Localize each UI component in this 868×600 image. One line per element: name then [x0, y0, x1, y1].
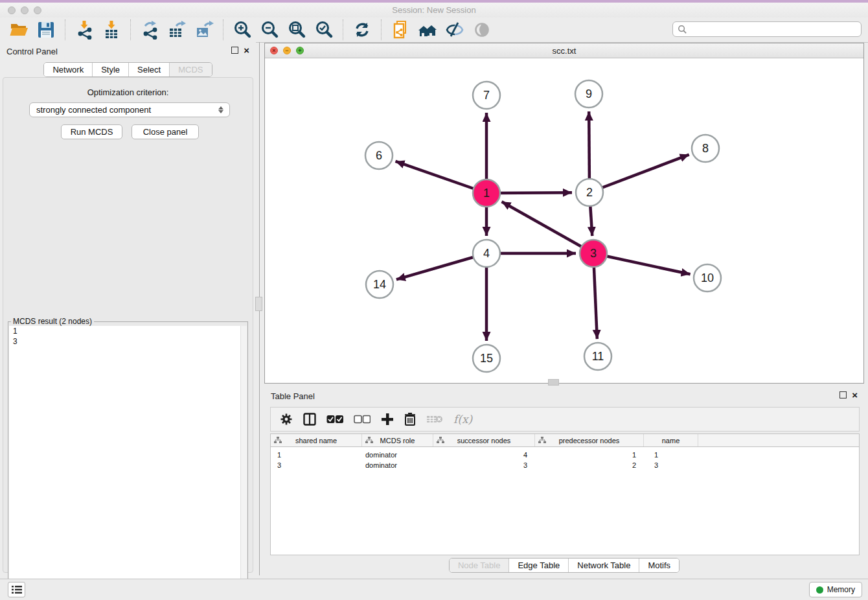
graph-node-10[interactable]: 10	[694, 264, 721, 292]
memory-label: Memory	[827, 585, 855, 594]
network-canvas[interactable]: 7968124314101511	[265, 58, 863, 383]
close-panel-button[interactable]: Close panel	[131, 124, 199, 139]
column-header-shared-name[interactable]: shared name	[271, 434, 362, 446]
status-bar: Memory	[0, 579, 868, 600]
graph-node-2[interactable]: 2	[576, 179, 603, 206]
import-table-icon[interactable]	[100, 19, 122, 41]
graph-edge-3-10[interactable]	[593, 253, 691, 274]
table-cell: 1	[271, 451, 362, 459]
mcds-result-group: MCDS result (2 nodes) 13	[8, 317, 248, 599]
graph-node-14[interactable]: 14	[366, 271, 393, 298]
task-history-button[interactable]	[8, 582, 25, 597]
show-details-icon[interactable]	[471, 19, 493, 41]
graph-node-11[interactable]: 11	[584, 343, 611, 370]
column-header-successor-nodes[interactable]: successor nodes	[433, 434, 535, 446]
toggle-column-view-icon[interactable]	[303, 413, 316, 426]
refresh-icon[interactable]	[351, 19, 373, 41]
table-toolbar: f(x)	[270, 407, 860, 432]
float-panel-icon[interactable]	[231, 47, 238, 54]
toolbar-separator	[343, 19, 343, 40]
open-session-icon[interactable]	[8, 19, 30, 41]
close-table-panel-icon[interactable]: ×	[852, 391, 858, 398]
export-table-icon[interactable]	[166, 19, 188, 41]
import-network-icon[interactable]	[73, 19, 95, 41]
graph-node-6[interactable]: 6	[365, 142, 393, 169]
graph-edge-2-8[interactable]	[589, 155, 689, 192]
search-field	[672, 21, 862, 37]
result-scrollbar[interactable]	[240, 326, 247, 598]
table-cell: 3	[271, 461, 362, 469]
hide-details-icon[interactable]	[444, 19, 466, 41]
toolbar-separator	[223, 19, 223, 40]
tab-style[interactable]: Style	[92, 63, 128, 76]
main-toolbar	[0, 17, 868, 43]
titlebar: Session: New Session	[0, 0, 868, 18]
list-icon	[12, 585, 22, 594]
tab-edge-table[interactable]: Edge Table	[508, 559, 568, 572]
table-panel: Table Panel ×	[264, 387, 864, 575]
node-table: shared nameMCDS rolesuccessor nodesprede…	[270, 433, 860, 555]
graph-node-9[interactable]: 9	[575, 80, 602, 108]
memory-button[interactable]: Memory	[809, 582, 862, 597]
mcds-result-text[interactable]: 13	[9, 326, 247, 598]
save-session-icon[interactable]	[35, 19, 57, 41]
panel-splitter-handle[interactable]	[255, 297, 262, 311]
application-window: Session: New Session	[0, 0, 868, 600]
optimization-select[interactable]: strongly connected component	[29, 102, 230, 117]
houses-icon[interactable]	[417, 19, 439, 41]
graph-node-3[interactable]: 3	[580, 240, 607, 267]
toolbar-separator	[381, 19, 382, 40]
function-builder-icon[interactable]: f(x)	[453, 413, 472, 426]
deselect-all-icon[interactable]	[354, 415, 371, 424]
graph-node-8[interactable]: 8	[692, 135, 719, 162]
mcds-result-title: MCDS result (2 nodes)	[11, 317, 94, 326]
tab-network[interactable]: Network	[44, 63, 92, 76]
graph-node-1[interactable]: 1	[473, 179, 500, 207]
zoom-selected-icon[interactable]	[313, 19, 335, 41]
table-cell: 4	[433, 451, 535, 459]
table-settings-gear-icon[interactable]	[280, 413, 293, 426]
network-splitter-handle[interactable]	[548, 379, 559, 386]
run-mcds-button[interactable]: Run MCDS	[61, 124, 122, 139]
column-header-label: successor nodes	[457, 437, 511, 444]
svg-text:2: 2	[586, 186, 593, 199]
clone-network-icon[interactable]	[389, 19, 411, 41]
table-tabs: Node TableEdge TableNetwork TableMotifs	[449, 558, 680, 573]
tab-select[interactable]: Select	[128, 63, 169, 76]
zoom-fit-icon[interactable]	[286, 19, 308, 41]
close-panel-icon[interactable]: ×	[244, 47, 249, 54]
table-row[interactable]: 3dominator323	[271, 460, 859, 470]
table-row[interactable]: 1dominator411	[271, 450, 859, 460]
zoom-out-icon[interactable]	[258, 19, 280, 41]
delete-column-icon[interactable]	[404, 413, 416, 426]
network-window-titlebar[interactable]: × − + scc.txt	[265, 43, 863, 58]
export-network-icon[interactable]	[139, 19, 161, 41]
tab-network-table[interactable]: Network Table	[568, 559, 639, 572]
graph-edge-3-1[interactable]	[502, 202, 593, 253]
tab-motifs[interactable]: Motifs	[639, 559, 679, 572]
column-header-MCDS-role[interactable]: MCDS role	[362, 434, 433, 446]
zoom-in-icon[interactable]	[231, 19, 253, 41]
tab-node-table[interactable]: Node Table	[450, 559, 509, 572]
search-input[interactable]	[690, 23, 861, 36]
graph-node-15[interactable]: 15	[473, 345, 500, 372]
table-cell: dominator	[362, 461, 433, 469]
select-all-icon[interactable]	[326, 415, 343, 424]
delete-table-icon[interactable]	[426, 414, 443, 424]
network-view-window: × − + scc.txt 7968124314101511	[264, 43, 864, 384]
column-header-name[interactable]: name	[644, 434, 698, 446]
graph-node-4[interactable]: 4	[473, 240, 500, 267]
svg-text:15: 15	[480, 352, 493, 365]
tab-mcds[interactable]: MCDS	[169, 63, 211, 76]
column-header-predecessor-nodes[interactable]: predecessor nodes	[535, 434, 644, 446]
float-table-panel-icon[interactable]	[839, 391, 847, 398]
toolbar-separator	[65, 19, 65, 40]
select-stepper-icon	[215, 106, 227, 113]
graph-edge-1-6[interactable]	[395, 161, 486, 193]
control-panel: Control Panel × NetworkStyleSelectMCDS O…	[0, 42, 256, 575]
table-cell: 2	[535, 461, 644, 469]
add-column-icon[interactable]	[381, 413, 394, 426]
export-image-icon[interactable]	[193, 19, 215, 41]
svg-text:14: 14	[373, 278, 386, 291]
graph-node-7[interactable]: 7	[473, 82, 500, 109]
